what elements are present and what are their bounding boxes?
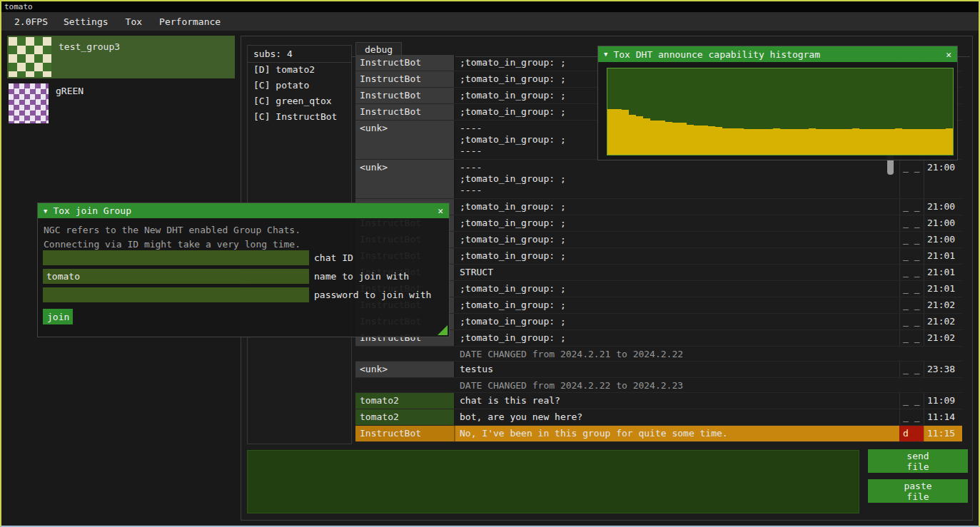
window-title: tomato — [4, 2, 33, 11]
join-description-line2: Connecting via ID might take a very long… — [44, 239, 300, 250]
join-name-input[interactable] — [43, 269, 309, 284]
subs-member[interactable]: [D] tomato2 — [248, 63, 351, 78]
message-input[interactable] — [247, 450, 859, 513]
chat-sender: InstructBot — [355, 426, 455, 441]
chat-message: No, I've been in this group for quite so… — [455, 426, 899, 441]
chat-flags — [899, 347, 924, 361]
app-window: tomato 2.0FPS SettingsToxPerformance tes… — [0, 0, 980, 527]
histogram-bin — [939, 129, 946, 155]
dht-histogram-titlebar[interactable]: ▼ Tox DHT announce capability histogram … — [598, 46, 957, 62]
chat-timestamp: 11:15 — [924, 426, 962, 441]
histogram-bin — [931, 129, 939, 155]
tab-debug[interactable]: debug — [355, 42, 402, 56]
histogram-bin — [622, 110, 629, 155]
histogram-bars — [607, 68, 953, 155]
histogram-bin — [823, 129, 830, 155]
paste-file-button[interactable]: paste file — [868, 479, 968, 503]
chat-row[interactable]: DATE CHANGED from 2024.2.21 to 2024.2.22 — [355, 347, 962, 362]
chat-row[interactable]: InstructBot No, I've been in this group … — [355, 426, 962, 442]
chat-message: bot, are you new here? — [455, 409, 899, 425]
subs-member[interactable]: [C] InstructBot — [248, 110, 351, 126]
chat-row[interactable]: DATE CHANGED from 2024.2.22 to 2024.2.23 — [355, 378, 962, 393]
histogram-bin — [672, 123, 680, 155]
chat-flags: _ _ — [899, 248, 924, 264]
window-titlebar: tomato — [1, 1, 979, 12]
histogram-bin — [615, 109, 622, 155]
sidebar-item-green[interactable]: gREEN — [7, 82, 235, 125]
sidebar-item-test_group3[interactable]: test_group3 — [7, 36, 235, 78]
chat-message: ;tomato_in_group: ; — [455, 215, 899, 231]
histogram-bin — [729, 128, 737, 155]
histogram-bin — [636, 116, 643, 155]
join-password-input[interactable] — [43, 287, 309, 302]
chat-sender: InstructBot — [355, 71, 455, 87]
chat-sender — [355, 347, 455, 361]
histogram-bin — [838, 129, 845, 155]
histogram-bin — [752, 129, 759, 155]
histogram-bin — [737, 128, 744, 155]
histogram-bin — [845, 129, 852, 155]
histogram-bin — [650, 121, 657, 155]
histogram-bin — [916, 129, 924, 155]
chat-sender: tomato2 — [355, 409, 455, 425]
chat-timestamp — [924, 378, 962, 392]
chat-message: ;tomato_in_group: ; — [455, 199, 899, 215]
chat-sender: InstructBot — [355, 55, 455, 71]
histogram-bin — [859, 129, 867, 155]
histogram-bin — [701, 126, 708, 155]
menu-item[interactable]: Performance — [151, 16, 229, 27]
chat-timestamp: 11:09 — [924, 393, 962, 409]
histogram-bin — [643, 118, 650, 155]
histogram-bin — [802, 129, 809, 155]
histogram-bin — [607, 109, 615, 155]
chat-flags: _ _ — [899, 314, 924, 329]
chat-flags: _ _ — [899, 265, 924, 280]
close-icon[interactable]: ✕ — [438, 205, 443, 216]
chat-sender: InstructBot — [355, 104, 455, 120]
chat-row[interactable]: <unk> testus _ _ 23:38 — [355, 362, 962, 378]
histogram-bin — [665, 122, 672, 155]
histogram-bin — [946, 128, 953, 155]
chat-timestamp: 11:14 — [924, 409, 962, 425]
collapse-arrow-icon[interactable]: ▼ — [604, 51, 607, 58]
chat-timestamp: 21:02 — [924, 330, 962, 346]
chat-timestamp: 21:00 — [924, 232, 962, 247]
chat-row[interactable]: tomato2 chat is this real? _ _ 11:09 — [355, 393, 962, 409]
close-icon[interactable]: ✕ — [946, 49, 951, 60]
join-button[interactable]: join — [43, 309, 73, 324]
histogram-bin — [680, 123, 687, 155]
chat-message: testus — [455, 362, 899, 377]
join-group-titlebar[interactable]: ▼ Tox join Group ✕ — [38, 203, 449, 218]
histogram-bin — [881, 129, 888, 155]
histogram-bin — [722, 128, 729, 155]
menubar: 2.0FPS SettingsToxPerformance — [1, 12, 979, 31]
histogram-bin — [708, 126, 715, 155]
chat-flags: _ _ — [899, 297, 924, 313]
resize-grip[interactable] — [438, 325, 448, 335]
chat-flags: _ _ — [899, 281, 924, 297]
histogram-bin — [830, 129, 837, 155]
chat-timestamp: 21:00 — [924, 199, 962, 215]
collapse-arrow-icon[interactable]: ▼ — [44, 208, 47, 215]
menu-item[interactable]: Settings — [55, 16, 117, 27]
histogram-bin — [888, 129, 895, 155]
chat-timestamp: 23:38 — [924, 362, 962, 377]
histogram-bin — [744, 129, 751, 155]
group-name: test_group3 — [59, 36, 120, 52]
chat-message: DATE CHANGED from 2024.2.22 to 2024.2.23 — [455, 378, 899, 392]
subs-member[interactable]: [C] potato — [248, 78, 351, 94]
chat-id-input[interactable] — [43, 250, 309, 265]
histogram-bin — [715, 127, 722, 155]
join-group-window: ▼ Tox join Group ✕ NGC refers to the New… — [37, 203, 450, 337]
chat-message: ;tomato_in_group: ; — [455, 314, 899, 329]
fps-counter: 2.0FPS — [7, 16, 55, 27]
chat-row[interactable]: tomato2 bot, are you new here? _ _ 11:14 — [355, 409, 962, 426]
join-description-line1: NGC refers to the New DHT enabled Group … — [44, 225, 300, 235]
histogram-bin — [794, 129, 802, 155]
chat-row[interactable]: <unk> ---- ;tomato_in_group: ; ---- _ _ … — [355, 160, 962, 199]
chat-flags — [899, 378, 924, 392]
send-file-button[interactable]: send file — [868, 449, 968, 473]
menu-item[interactable]: Tox — [117, 16, 151, 27]
histogram-bin — [909, 129, 916, 155]
subs-member[interactable]: [C] green_qtox — [248, 94, 351, 110]
